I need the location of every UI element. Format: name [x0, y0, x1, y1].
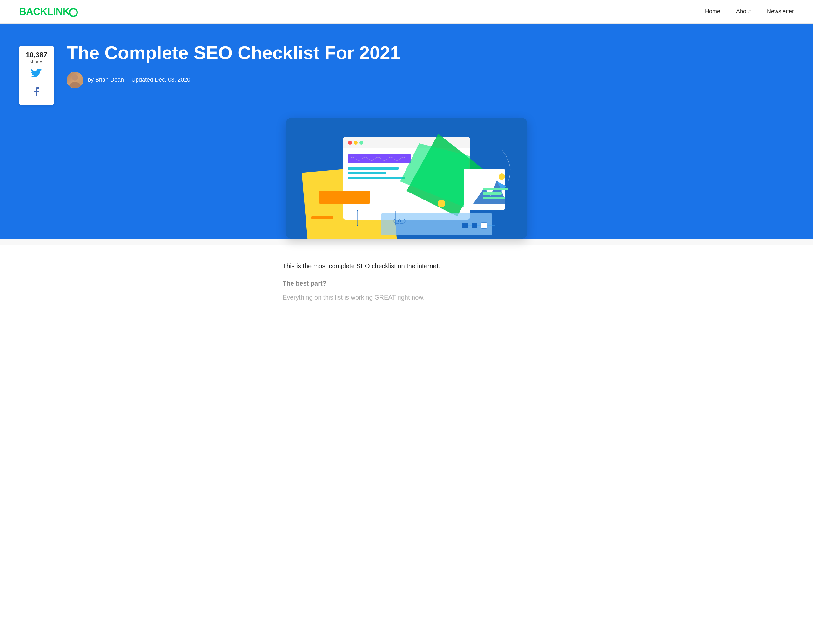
best-part-heading: The best part?	[283, 280, 530, 287]
svg-rect-10	[348, 172, 386, 175]
hero-illustration	[286, 118, 527, 239]
svg-point-5	[348, 141, 352, 144]
svg-rect-18	[319, 191, 370, 204]
svg-rect-32	[311, 212, 330, 214]
nav-home[interactable]: Home	[705, 8, 720, 15]
avatar-image	[67, 72, 83, 88]
svg-rect-27	[481, 223, 487, 228]
author-line: by Brian Dean · Updated Dec. 03, 2020	[67, 72, 794, 88]
share-box: 10,387 shares	[19, 46, 54, 105]
svg-rect-19	[483, 188, 508, 190]
twitter-share-button[interactable]	[23, 69, 49, 83]
share-count: 10,387	[23, 51, 49, 59]
intro-paragraph: This is the most complete SEO checklist …	[283, 261, 530, 271]
hero-text: The Complete SEO Checklist For 2021 by B…	[67, 43, 794, 88]
svg-rect-8	[348, 155, 411, 163]
svg-rect-20	[483, 192, 502, 195]
svg-rect-21	[483, 197, 505, 199]
facebook-share-button[interactable]	[23, 86, 49, 100]
hero-content: 10,387 shares The Complete SEO Checklist…	[19, 43, 794, 105]
svg-rect-9	[348, 167, 398, 170]
site-header: BACKLINK Home About Newsletter	[0, 0, 813, 23]
nav-newsletter[interactable]: Newsletter	[767, 8, 794, 15]
share-label: shares	[23, 59, 49, 64]
svg-point-17	[499, 173, 505, 180]
hero-section: 10,387 shares The Complete SEO Checklist…	[0, 23, 813, 239]
author-prefix: by Brian Dean	[88, 77, 124, 83]
content-section: This is the most complete SEO checklist …	[263, 245, 550, 315]
author-avatar	[67, 72, 83, 88]
svg-rect-31	[311, 207, 337, 209]
svg-rect-26	[472, 223, 477, 228]
main-nav: Home About Newsletter	[705, 8, 794, 15]
svg-point-7	[360, 141, 363, 144]
page-title: The Complete SEO Checklist For 2021	[67, 43, 794, 63]
author-date: · Updated Dec. 03, 2020	[128, 77, 190, 83]
svg-rect-11	[348, 176, 405, 179]
hero-illustration-wrap	[19, 118, 794, 239]
nav-about[interactable]: About	[736, 8, 751, 15]
logo-o-circle	[69, 8, 78, 17]
svg-rect-33	[311, 216, 334, 219]
section-divider	[0, 239, 813, 245]
site-logo[interactable]: BACKLINK	[19, 6, 78, 17]
svg-point-6	[354, 141, 358, 144]
logo-text: BACKLINK	[19, 6, 70, 17]
svg-rect-25	[462, 223, 468, 228]
illustration-svg	[286, 118, 527, 239]
svg-point-35	[438, 200, 445, 207]
great-text: Everything on this list is working GREAT…	[283, 292, 530, 302]
